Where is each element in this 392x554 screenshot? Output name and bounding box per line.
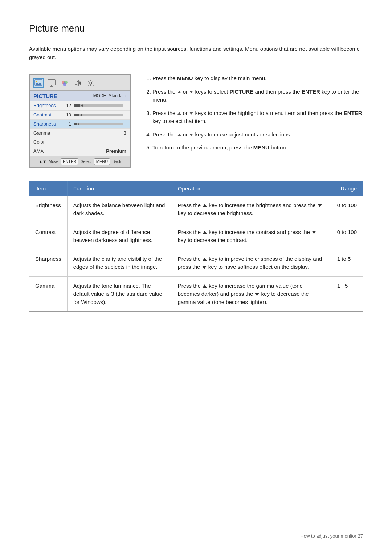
osd-row-contrast: Contrast 10 ◄ [30, 111, 130, 120]
step-5: To return to the previous menu, press th… [152, 144, 363, 152]
osd-select-label: Select [81, 159, 92, 164]
osd-row-color: Color [30, 138, 130, 147]
osd-back-label: Back [112, 159, 121, 164]
osd-brightness-value: 12 [64, 102, 71, 109]
item-gamma: Gamma [29, 276, 68, 312]
osd-icon-color [60, 78, 70, 88]
picture-menu-table: Item Function Operation Range Brightness… [29, 181, 363, 312]
item-brightness: Brightness [29, 196, 68, 223]
operation-gamma: Press the key to increase the gamma valu… [172, 276, 331, 312]
svg-marker-8 [75, 81, 78, 86]
function-contrast: Adjusts the degree of difference between… [67, 223, 172, 250]
col-header-item: Item [29, 181, 68, 196]
osd-contrast-slider: ◄ [74, 114, 123, 116]
osd-icon-sound [73, 78, 83, 88]
osd-row-ama: AMA Premium [30, 147, 130, 156]
top-section: PICTURE MODE: Standard Brightness 12 ◄ C… [29, 74, 363, 168]
item-contrast: Contrast [29, 223, 68, 250]
table-row-gamma: Gamma Adjusts the tone luminance. The de… [29, 276, 363, 312]
function-gamma: Adjusts the tone luminance. The default … [67, 276, 172, 312]
osd-contrast-label: Contrast [33, 112, 62, 118]
steps-list: Press the MENU key to display the main m… [145, 74, 363, 152]
table-header-row: Item Function Operation Range [29, 181, 363, 196]
step-2: Press the or keys to select PICTURE and … [152, 88, 363, 104]
item-sharpness: Sharpness [29, 250, 68, 276]
osd-brightness-slider: ◄ [74, 104, 123, 107]
function-sharpness: Adjusts the clarity and visibility of th… [67, 250, 172, 276]
osd-header-mode: MODE: Standard [93, 93, 126, 99]
osd-row-brightness: Brightness 12 ◄ [30, 101, 130, 110]
osd-monitor: PICTURE MODE: Standard Brightness 12 ◄ C… [29, 74, 131, 168]
col-header-range: Range [331, 181, 363, 196]
osd-menu-key: MENU [94, 158, 110, 165]
range-sharpness: 1 to 5 [331, 250, 363, 276]
range-gamma: 1~ 5 [331, 276, 363, 312]
osd-header-title: PICTURE [33, 92, 57, 100]
intro-text: Available menu options may vary dependin… [29, 45, 363, 61]
osd-ama-value: Premium [106, 148, 126, 155]
svg-point-9 [90, 82, 92, 84]
osd-gamma-label: Gamma [33, 130, 62, 136]
operation-sharpness: Press the key to improve the crispness o… [172, 250, 331, 276]
osd-sharpness-slider: ◄ [74, 123, 123, 125]
osd-move-label: Move [49, 159, 58, 164]
osd-color-label: Color [33, 139, 62, 145]
range-brightness: 0 to 100 [331, 196, 363, 223]
osd-icon-settings [86, 78, 96, 88]
col-header-operation: Operation [172, 181, 331, 196]
osd-gamma-value: 3 [124, 130, 126, 136]
osd-enter-key: ENTER [61, 158, 78, 165]
step-3: Press the or keys to move the highlight … [152, 109, 363, 126]
instructions-list: Press the MENU key to display the main m… [145, 74, 363, 157]
function-brightness: Adjusts the balance between light and da… [67, 196, 172, 223]
osd-icon-row [30, 75, 130, 91]
osd-sharpness-value: 1 [64, 121, 71, 127]
step-1: Press the MENU key to display the main m… [152, 74, 363, 83]
page-title: Picture menu [29, 22, 363, 35]
osd-brightness-label: Brightness [33, 102, 62, 109]
table-row-brightness: Brightness Adjusts the balance between l… [29, 196, 363, 223]
osd-icon-display [46, 78, 57, 88]
osd-footer: ▲▼ Move ENTER Select MENU Back [30, 156, 130, 167]
svg-point-7 [63, 82, 66, 86]
range-contrast: 0 to 100 [331, 223, 363, 250]
osd-contrast-value: 10 [64, 112, 71, 118]
table-row-sharpness: Sharpness Adjusts the clarity and visibi… [29, 250, 363, 276]
osd-row-gamma: Gamma 3 [30, 129, 130, 138]
osd-row-sharpness: Sharpness 1 ◄ [30, 120, 130, 129]
step-4: Press the or keys to make adjustments or… [152, 131, 363, 139]
osd-header: PICTURE MODE: Standard [30, 91, 130, 101]
table-row-contrast: Contrast Adjusts the degree of differenc… [29, 223, 363, 250]
svg-rect-2 [48, 80, 55, 85]
osd-sharpness-label: Sharpness [33, 121, 62, 127]
page-footer: How to adjust your monitor 27 [300, 533, 363, 539]
operation-brightness: Press the key to increase the brightness… [172, 196, 331, 223]
operation-contrast: Press the key to increase the contrast a… [172, 223, 331, 250]
svg-point-1 [36, 81, 37, 82]
osd-icon-picture [33, 78, 44, 88]
page-content: Picture menu Available menu options may … [0, 0, 392, 341]
osd-ama-label: AMA [33, 148, 62, 155]
col-header-function: Function [67, 181, 172, 196]
osd-move-arrows: ▲▼ [38, 159, 46, 164]
